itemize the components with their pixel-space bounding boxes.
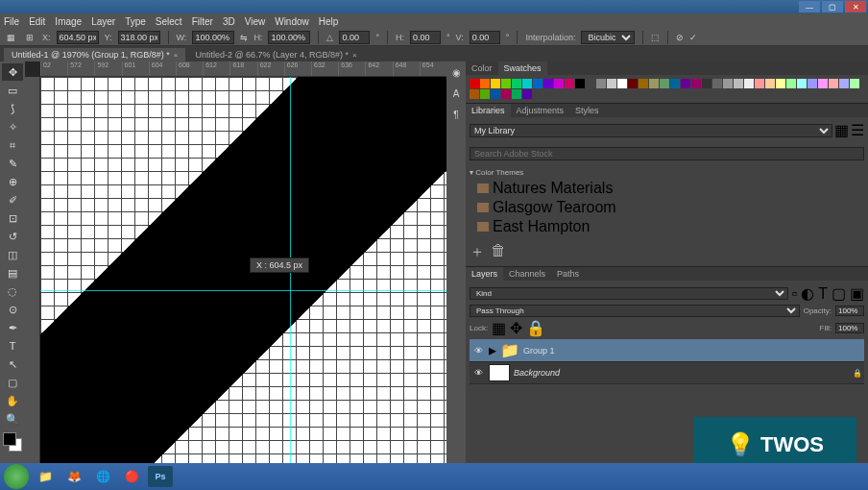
tab-adjustments[interactable]: Adjustments <box>511 104 570 117</box>
path-tool[interactable]: ↖ <box>2 355 23 373</box>
taskbar-chrome-icon[interactable]: 🌐 <box>90 466 115 487</box>
swatch[interactable] <box>491 79 500 88</box>
character-panel-icon[interactable]: A <box>449 86 463 100</box>
swatch[interactable] <box>681 79 690 88</box>
horizontal-ruler[interactable]: 0257259260160460861261862262663263664264… <box>40 61 446 77</box>
swatch[interactable] <box>575 79 585 88</box>
guide-vertical[interactable] <box>290 77 291 477</box>
swatch[interactable] <box>491 89 500 99</box>
lib-view-icon[interactable]: ▦ <box>834 121 849 139</box>
pen-tool[interactable]: ✒ <box>2 319 23 336</box>
dodge-tool[interactable]: ⊙ <box>2 301 23 318</box>
menu-layer[interactable]: Layer <box>91 16 115 27</box>
tab-channels[interactable]: Channels <box>503 267 551 281</box>
swatch[interactable] <box>501 79 511 88</box>
lasso-tool[interactable]: ⟆ <box>2 100 23 117</box>
layer-row[interactable]: 👁 Background 🔒 <box>470 362 864 384</box>
move-tool[interactable]: ✥ <box>2 63 23 81</box>
start-button[interactable] <box>4 464 29 489</box>
lib-item[interactable]: Natures Materials <box>470 179 864 198</box>
cancel-transform-icon[interactable]: ⊘ <box>676 33 684 42</box>
minimize-button[interactable]: — <box>799 1 820 12</box>
close-button[interactable]: ✕ <box>845 1 866 12</box>
commit-transform-icon[interactable]: ✓ <box>689 33 697 42</box>
x-input[interactable] <box>57 31 99 44</box>
blur-tool[interactable]: ◌ <box>2 282 23 300</box>
swatch[interactable] <box>501 89 511 99</box>
link-icon[interactable]: ⇋ <box>240 33 248 42</box>
warp-icon[interactable]: ⬚ <box>651 33 660 42</box>
h-input[interactable] <box>268 31 310 44</box>
swatch[interactable] <box>470 79 479 88</box>
eraser-tool[interactable]: ◫ <box>2 246 23 263</box>
swatch[interactable] <box>818 79 828 88</box>
lib-list-icon[interactable]: ☰ <box>851 121 864 139</box>
lib-item[interactable]: Glasgow Tearoom <box>470 198 864 217</box>
blend-mode-select[interactable]: Pass Through <box>470 305 800 317</box>
layer-name[interactable]: Group 1 <box>523 346 862 355</box>
layer-row[interactable]: 👁 ▸ 📁 Group 1 <box>470 339 864 362</box>
swatch[interactable] <box>596 79 606 88</box>
taskbar-firefox-icon[interactable]: 🦊 <box>61 466 86 487</box>
menu-view[interactable]: View <box>245 16 266 27</box>
taskbar-opera-icon[interactable]: 🔴 <box>119 466 144 487</box>
reference-point-icon[interactable]: ⊞ <box>23 31 36 44</box>
swatch[interactable] <box>649 79 659 88</box>
library-select[interactable]: My Library <box>470 124 832 137</box>
filter-image-icon[interactable]: ▫ <box>792 285 798 303</box>
paragraph-panel-icon[interactable]: ¶ <box>449 108 463 121</box>
tab-styles[interactable]: Styles <box>569 104 605 117</box>
history-panel-icon[interactable]: ◉ <box>449 65 463 79</box>
shape-tool[interactable]: ▢ <box>2 374 23 391</box>
menu-help[interactable]: Help <box>319 16 339 27</box>
tab-swatches[interactable]: Swatches <box>498 61 547 75</box>
filter-adjust-icon[interactable]: ◐ <box>801 284 814 303</box>
menu-filter[interactable]: Filter <box>192 16 213 27</box>
wand-tool[interactable]: ✧ <box>2 118 23 135</box>
layer-kind-select[interactable]: Kind <box>470 287 788 300</box>
group-chevron-icon[interactable]: ▸ <box>489 341 496 359</box>
menu-type[interactable]: Type <box>125 16 146 27</box>
lock-all-icon[interactable]: 🔒 <box>526 319 545 337</box>
layer-thumbnail[interactable] <box>489 364 510 381</box>
zoom-tool[interactable]: 🔍 <box>2 410 23 428</box>
swatch[interactable] <box>702 79 711 88</box>
swatch[interactable] <box>839 79 849 88</box>
lib-item[interactable]: East Hampton <box>470 217 864 236</box>
vskew-input[interactable] <box>470 31 500 44</box>
maximize-button[interactable]: ▢ <box>822 1 843 12</box>
filter-type-icon[interactable]: T <box>818 285 828 303</box>
filter-shape-icon[interactable]: ▢ <box>832 284 846 303</box>
lib-trash-icon[interactable]: 🗑 <box>491 242 506 262</box>
swatch[interactable] <box>744 79 754 88</box>
history-brush-tool[interactable]: ↺ <box>2 228 23 245</box>
vertical-ruler[interactable] <box>25 77 40 490</box>
visibility-icon[interactable]: 👁 <box>471 346 485 355</box>
y-input[interactable] <box>118 31 160 44</box>
swatch[interactable] <box>786 79 796 88</box>
visibility-icon[interactable]: 👁 <box>471 368 485 378</box>
swatches-grid[interactable] <box>466 75 868 103</box>
taskbar-photoshop-icon[interactable]: Ps <box>148 466 173 487</box>
eyedropper-tool[interactable]: ✎ <box>2 155 23 172</box>
swatch[interactable] <box>522 79 532 88</box>
library-search[interactable] <box>470 147 864 160</box>
swatch[interactable] <box>850 79 859 88</box>
hskew-input[interactable] <box>410 31 441 44</box>
tab-layers[interactable]: Layers <box>466 267 503 281</box>
foreground-color[interactable] <box>3 432 16 446</box>
marquee-tool[interactable]: ▭ <box>2 82 23 99</box>
layer-name[interactable]: Background <box>514 368 849 378</box>
swatch[interactable] <box>829 79 838 88</box>
swatch[interactable] <box>776 79 785 88</box>
swatch[interactable] <box>512 79 521 88</box>
menu-window[interactable]: Window <box>275 16 309 27</box>
swatch[interactable] <box>765 79 775 88</box>
color-picker[interactable] <box>3 432 22 452</box>
gradient-tool[interactable]: ▤ <box>2 264 23 282</box>
canvas[interactable]: X : 604.5 px <box>40 77 446 477</box>
lock-pixels-icon[interactable]: ▦ <box>492 319 506 337</box>
swatch[interactable] <box>586 79 595 88</box>
menu-image[interactable]: Image <box>55 16 82 27</box>
swatch[interactable] <box>470 89 479 99</box>
